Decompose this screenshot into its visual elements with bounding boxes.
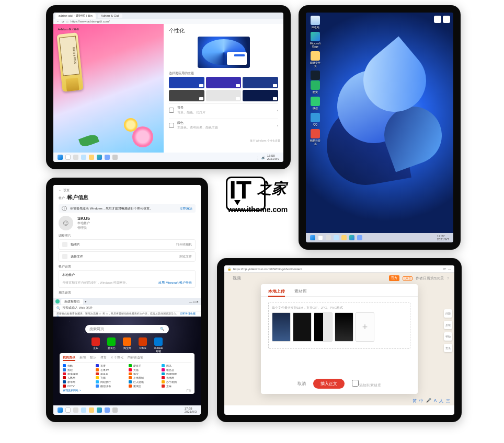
add-library-checkbox[interactable] <box>352 380 359 387</box>
refresh-icon[interactable]: ⟳ <box>62 20 64 24</box>
site-link[interactable]: 天猫 <box>129 368 158 371</box>
option-file[interactable]: 选择文件 浏览文件 <box>59 251 196 262</box>
ime-a[interactable]: A <box>434 398 437 404</box>
upload-area[interactable]: 单个文件最大支持15M，支持GIF、JPG、PNG格式 + <box>268 302 410 349</box>
theme-1[interactable] <box>169 77 204 88</box>
ql-jd[interactable]: 京东 <box>90 337 101 353</box>
ime-simp[interactable]: 简 <box>413 398 417 404</box>
task-view-icon[interactable] <box>73 155 78 160</box>
edge-tabbar[interactable]: 新建标签页 + — □ ✕ <box>53 298 201 305</box>
theme-4[interactable] <box>169 90 204 101</box>
taskbar[interactable]: ⋮ 🔊 15:582021/9/3 <box>53 153 283 162</box>
ql-taobao[interactable]: 淘宝网 <box>121 337 133 353</box>
edge-icon[interactable] <box>97 407 102 413</box>
new-tab[interactable]: 新建标签页 <box>61 299 83 305</box>
tab-local-upload[interactable]: 本地上传 <box>268 288 285 294</box>
theme-6[interactable] <box>243 90 278 101</box>
file-action[interactable]: 浏览文件 <box>179 254 192 259</box>
avatar[interactable]: ☺ <box>59 216 73 230</box>
search-icon[interactable] <box>318 235 323 240</box>
explorer-icon[interactable] <box>341 235 347 240</box>
site-link[interactable]: 哔哩哔哩 <box>162 372 191 376</box>
recycle-bin[interactable]: 回收站 <box>309 16 322 29</box>
site-link[interactable]: 飞猪 <box>96 376 125 379</box>
site-link[interactable]: 苏宁易购 <box>162 380 191 383</box>
start-button[interactable] <box>310 235 315 240</box>
search-icon[interactable] <box>65 407 71 413</box>
nav-pref[interactable]: 内容首选项 <box>128 355 143 361</box>
start-button[interactable] <box>58 407 63 413</box>
ime-toolbar[interactable]: 简 中 🎤 A 人 三 <box>413 398 450 404</box>
taskbar[interactable]: 17:272021/9/7 <box>306 233 453 242</box>
nav-sport[interactable]: 体育 <box>100 355 107 361</box>
site-link[interactable]: 小米商城 <box>129 376 158 379</box>
store-icon[interactable] <box>105 407 110 413</box>
app-4[interactable]: 网易云音乐 <box>309 129 322 145</box>
cancel-button[interactable]: 取消 <box>297 381 306 387</box>
side-toolbar[interactable]: 问题 反馈 帮助 意见 <box>444 309 452 352</box>
option-camera[interactable]: 拍照片 打开照相机 <box>59 239 196 250</box>
volume-icon[interactable]: 🔊 <box>261 156 265 159</box>
ime-menu[interactable]: 三 <box>446 398 450 404</box>
site-link[interactable]: 微信读书 <box>96 384 125 388</box>
task-view-icon[interactable] <box>73 407 78 413</box>
side-help[interactable]: 帮助 <box>444 332 452 341</box>
ntp-search[interactable]: 搜索网页 🔍 <box>85 325 169 333</box>
clock[interactable]: 17:382021/9/3 <box>185 407 197 413</box>
thumb-3[interactable] <box>314 312 333 342</box>
settings-icon[interactable] <box>112 155 118 160</box>
search-icon[interactable] <box>65 155 71 160</box>
help-icon[interactable]: ? <box>447 276 449 280</box>
ql-office[interactable]: Office <box>137 337 148 353</box>
site-link[interactable]: 爱奇艺 <box>129 364 158 367</box>
clock[interactable]: 17:272021/9/7 <box>437 235 449 241</box>
top-right-widgets[interactable] <box>434 16 450 23</box>
ime-person[interactable]: 人 <box>439 398 443 404</box>
back-icon[interactable]: ← <box>59 189 62 192</box>
chat-icon[interactable] <box>81 155 86 160</box>
option-colors[interactable]: 颜色 主题色、透明效果、颜色主题 › <box>169 119 278 132</box>
nav-personalize[interactable]: ♫ 个性化 <box>111 355 123 361</box>
theme-preview[interactable] <box>198 37 250 68</box>
chat-icon[interactable] <box>81 407 86 413</box>
widget-1[interactable] <box>434 16 441 23</box>
ime-cn[interactable]: 中 <box>419 398 423 404</box>
explorer-icon[interactable] <box>89 155 94 160</box>
url-text[interactable]: https://mp.yidianzixun.com/#/Writing/sho… <box>233 267 302 271</box>
address-bar[interactable]: ← ⟳ ⌂ https://www.adrian-gidi.com/ <box>53 19 283 24</box>
card-nav[interactable]: 我的资讯 新闻 娱乐 体育 ♫ 个性化 内容首选项 <box>63 355 191 363</box>
site-link[interactable]: 腾讯 <box>162 364 191 367</box>
insert-button[interactable]: 插入正文 <box>313 379 345 389</box>
site-link[interactable]: 唯品会 <box>162 368 191 371</box>
search-icon[interactable]: 🔍 <box>160 327 165 331</box>
theme-5[interactable] <box>206 90 242 101</box>
new-tab-button[interactable]: + <box>85 300 87 303</box>
more-sites[interactable]: 发现更多网站 > <box>63 389 158 392</box>
edge-address-bar[interactable]: 🔍 搜索或输入 Web 地址 <box>53 305 201 311</box>
ql-iqiyi[interactable]: 爱奇艺 <box>106 337 117 353</box>
site-link[interactable]: 淘宝 <box>129 372 158 376</box>
refresh-icon[interactable]: ⟳ <box>443 267 446 271</box>
option-background[interactable]: 背景 背景、颜色、幻灯片 › <box>169 103 278 116</box>
app-1[interactable]: 酷安 <box>309 80 322 94</box>
site-link[interactable]: 当当网 <box>162 376 191 379</box>
site-link[interactable]: 京东 <box>162 384 191 388</box>
store-icon[interactable] <box>357 235 362 240</box>
wifi-icon[interactable]: ⋮ <box>256 156 259 159</box>
site-link[interactable]: 新华网 <box>63 380 93 383</box>
edge-icon[interactable] <box>97 155 102 160</box>
clock[interactable]: 15:582021/9/3 <box>267 154 279 160</box>
nav-ent[interactable]: 娱乐 <box>90 355 96 361</box>
menu-icon[interactable]: ⋯ <box>448 267 451 271</box>
thumb-1[interactable] <box>272 312 291 342</box>
settings-icon[interactable] <box>112 407 118 413</box>
edge-icon[interactable] <box>349 235 354 240</box>
tab-library[interactable]: 素材库 <box>294 288 307 294</box>
thumb-2[interactable] <box>293 312 312 342</box>
content-tabs[interactable]: 视频 <box>233 275 241 281</box>
back-icon[interactable]: ← <box>56 20 60 23</box>
store-icon[interactable] <box>105 155 110 160</box>
modal-tabs[interactable]: 本地上传 素材库 <box>261 284 418 297</box>
thumb-4[interactable] <box>335 312 353 342</box>
app-3[interactable]: QQ <box>309 113 322 126</box>
